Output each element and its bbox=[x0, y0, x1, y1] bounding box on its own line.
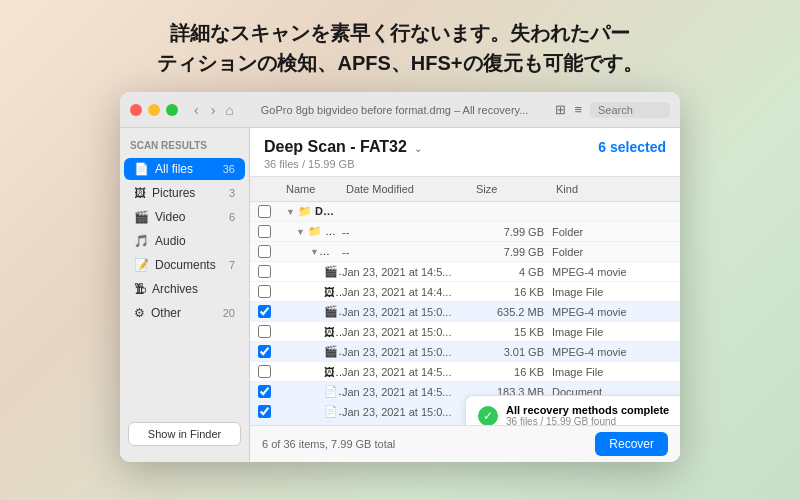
row-name: 🎬 GH010778.MP4 bbox=[282, 265, 342, 278]
show-in-finder-button[interactable]: Show in Finder bbox=[128, 422, 241, 446]
row-size: 16 KB bbox=[472, 366, 552, 378]
titlebar-actions: ⊞ ≡ bbox=[555, 102, 670, 118]
row-checkbox[interactable] bbox=[258, 405, 271, 418]
row-kind: MPEG-4 movie bbox=[552, 346, 672, 358]
row-name: 🖼 GH020778.THM bbox=[282, 366, 342, 378]
row-checkbox[interactable] bbox=[258, 245, 271, 258]
row-date: Jan 23, 2021 at 15:0... bbox=[342, 326, 472, 338]
row-date: Jan 23, 2021 at 15:0... bbox=[342, 406, 472, 418]
view-toggle-button[interactable]: ⊞ bbox=[555, 102, 566, 117]
table-row[interactable]: 🎬 GH020778.MP4 Jan 23, 2021 at 15:0... 3… bbox=[250, 342, 680, 362]
toast-subtitle: 36 files / 15.99 GB found bbox=[506, 416, 669, 425]
sidebar-item-all-files[interactable]: 📄 All files 36 bbox=[124, 158, 245, 180]
row-checkbox[interactable] bbox=[258, 285, 271, 298]
scan-title-area: Deep Scan - FAT32 ⌄ bbox=[264, 138, 422, 156]
toast-title: All recovery methods complete bbox=[506, 404, 669, 416]
row-checkbox[interactable] bbox=[258, 325, 271, 338]
sidebar-item-documents[interactable]: 📝 Documents 7 bbox=[124, 254, 245, 276]
documents-icon: 📝 bbox=[134, 258, 149, 272]
maximize-button[interactable] bbox=[166, 104, 178, 116]
sidebar-item-video[interactable]: 🎬 Video 6 bbox=[124, 206, 245, 228]
main-content-wrapper: Name Date Modified Size Kind ▼📁 Deep Sca… bbox=[250, 177, 680, 425]
row-checkbox[interactable] bbox=[258, 305, 271, 318]
headline: 詳細なスキャンを素早く行ないます。失われたパー ティションの検知、APFS、HF… bbox=[97, 0, 702, 92]
footer: 6 of 36 items, 7.99 GB total Recover bbox=[250, 425, 680, 462]
row-date: Jan 23, 2021 at 15:0... bbox=[342, 346, 472, 358]
sidebar-count-all-files: 36 bbox=[223, 163, 235, 175]
col-size[interactable]: Size bbox=[472, 181, 552, 197]
close-button[interactable] bbox=[130, 104, 142, 116]
sidebar: Scan results 📄 All files 36 🖼 Pictures 3… bbox=[120, 128, 250, 462]
nav-buttons: ‹ › bbox=[190, 100, 219, 120]
home-button[interactable]: ⌂ bbox=[225, 102, 233, 118]
row-checkbox[interactable] bbox=[258, 385, 271, 398]
row-name: ▼📁 Deep Scan - FAT32 • 16 files / 7.99 G… bbox=[282, 205, 342, 218]
col-name[interactable]: Name bbox=[282, 181, 342, 197]
row-name: ▼📁 DCIM (10) bbox=[282, 225, 342, 238]
table-header: Name Date Modified Size Kind bbox=[250, 177, 680, 202]
row-checkbox[interactable] bbox=[258, 345, 271, 358]
sidebar-item-pictures[interactable]: 🖼 Pictures 3 bbox=[124, 182, 245, 204]
sidebar-count-other: 20 bbox=[223, 307, 235, 319]
table-row[interactable]: ▼📁 Deep Scan - FAT32 • 16 files / 7.99 G… bbox=[250, 202, 680, 222]
row-size: 635.2 MB bbox=[472, 306, 552, 318]
recover-button[interactable]: Recover bbox=[595, 432, 668, 456]
row-date: Jan 23, 2021 at 14:4... bbox=[342, 286, 472, 298]
row-kind: Image File bbox=[552, 286, 672, 298]
table-row[interactable]: 🖼 GH010778.THM Jan 23, 2021 at 14:4... 1… bbox=[250, 282, 680, 302]
forward-button[interactable]: › bbox=[207, 100, 220, 120]
headline-line1: 詳細なスキャンを素早く行ないます。失われたパー bbox=[170, 22, 630, 44]
video-icon: 🎬 bbox=[134, 210, 149, 224]
table-row[interactable]: ▼📁 DCIM (10) -- 7.99 GB Folder bbox=[250, 222, 680, 242]
row-date: Jan 23, 2021 at 14:5... bbox=[342, 366, 472, 378]
file-count-info: 36 files / 15.99 GB bbox=[264, 158, 666, 170]
row-checkbox[interactable] bbox=[258, 205, 271, 218]
row-kind: Image File bbox=[552, 326, 672, 338]
sidebar-label-video: Video bbox=[155, 210, 185, 224]
row-kind: Image File bbox=[552, 366, 672, 378]
pictures-icon: 🖼 bbox=[134, 186, 146, 200]
toast-content: ✓ All recovery methods complete 36 files… bbox=[465, 395, 680, 425]
audio-icon: 🎵 bbox=[134, 234, 149, 248]
toast-text: All recovery methods complete 36 files /… bbox=[506, 404, 669, 425]
main-panel: Deep Scan - FAT32 ⌄ 6 selected 36 files … bbox=[250, 128, 680, 462]
table-row[interactable]: 🖼 GH020778.THM Jan 23, 2021 at 14:5... 1… bbox=[250, 362, 680, 382]
sidebar-item-other[interactable]: ⚙ Other 20 bbox=[124, 302, 245, 324]
row-size: 4 GB bbox=[472, 266, 552, 278]
titlebar-title: GoPro 8gb bigvideo before format.dmg – A… bbox=[240, 104, 550, 116]
sidebar-item-audio[interactable]: 🎵 Audio bbox=[124, 230, 245, 252]
row-checkbox[interactable] bbox=[258, 265, 271, 278]
sidebar-label-audio: Audio bbox=[155, 234, 186, 248]
table-row[interactable]: 🖼 GH010779.THM Jan 23, 2021 at 15:0... 1… bbox=[250, 322, 680, 342]
scan-title: Deep Scan - FAT32 bbox=[264, 138, 407, 155]
sidebar-item-archives[interactable]: 🗜 Archives bbox=[124, 278, 245, 300]
content-area: Scan results 📄 All files 36 🖼 Pictures 3… bbox=[120, 128, 680, 462]
col-date[interactable]: Date Modified bbox=[342, 181, 472, 197]
table-row[interactable]: 🎬 GH010779.MP4 Jan 23, 2021 at 15:0... 6… bbox=[250, 302, 680, 322]
row-kind: Folder bbox=[552, 246, 672, 258]
sidebar-count-video: 6 bbox=[229, 211, 235, 223]
title-dropdown-arrow[interactable]: ⌄ bbox=[414, 143, 422, 154]
table-row[interactable]: ▼📁 100GOPRO (9) -- 7.99 GB Folder bbox=[250, 242, 680, 262]
row-checkbox[interactable] bbox=[258, 365, 271, 378]
minimize-button[interactable] bbox=[148, 104, 160, 116]
row-size: 3.01 GB bbox=[472, 346, 552, 358]
col-checkbox bbox=[258, 181, 282, 197]
row-date: Jan 23, 2021 at 15:0... bbox=[342, 306, 472, 318]
col-kind[interactable]: Kind bbox=[552, 181, 672, 197]
row-date: -- bbox=[342, 246, 472, 258]
sidebar-section-label: Scan results bbox=[120, 136, 249, 157]
back-button[interactable]: ‹ bbox=[190, 100, 203, 120]
row-name: 📄 GL010779.LRV bbox=[282, 405, 342, 418]
row-date: Jan 23, 2021 at 14:5... bbox=[342, 386, 472, 398]
search-input[interactable] bbox=[590, 102, 670, 118]
row-name: 🖼 GH010779.THM bbox=[282, 326, 342, 338]
selected-count-badge: 6 selected bbox=[598, 139, 666, 155]
main-header-top: Deep Scan - FAT32 ⌄ 6 selected bbox=[264, 138, 666, 156]
sidebar-count-pictures: 3 bbox=[229, 187, 235, 199]
row-checkbox[interactable] bbox=[258, 225, 271, 238]
row-name: 🎬 GH010779.MP4 bbox=[282, 305, 342, 318]
filter-button[interactable]: ≡ bbox=[574, 102, 582, 117]
table-row[interactable]: 🎬 GH010778.MP4 Jan 23, 2021 at 14:5... 4… bbox=[250, 262, 680, 282]
main-header: Deep Scan - FAT32 ⌄ 6 selected 36 files … bbox=[250, 128, 680, 177]
